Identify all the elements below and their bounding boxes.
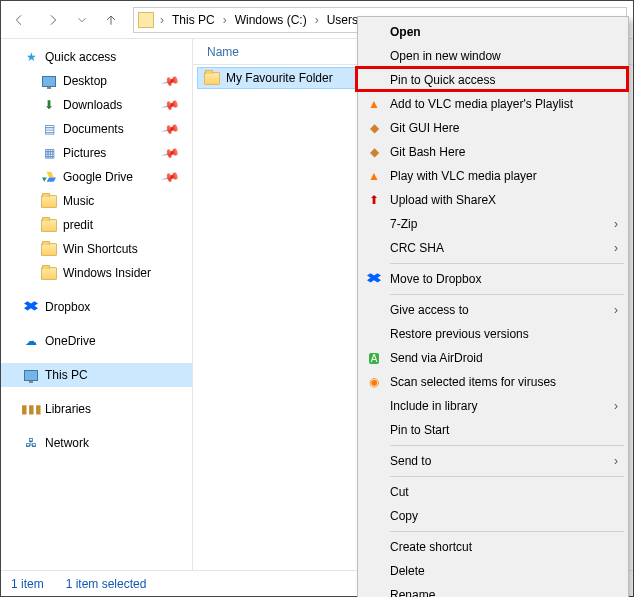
context-menu-item[interactable]: Cut xyxy=(360,480,626,504)
context-menu-item[interactable]: Move to Dropbox xyxy=(360,267,626,291)
folder-icon xyxy=(41,217,57,233)
nav-label: Downloads xyxy=(63,98,122,112)
nav-label: This PC xyxy=(45,368,88,382)
context-menu-separator xyxy=(390,531,624,532)
context-menu-item[interactable]: Open in new window xyxy=(360,44,626,68)
status-selected: 1 item selected xyxy=(66,577,147,591)
pin-icon: 📌 xyxy=(161,167,181,187)
pin-icon: 📌 xyxy=(161,119,181,139)
pin-icon: 📌 xyxy=(161,95,181,115)
sidebar-item-dropbox[interactable]: Dropbox xyxy=(1,295,192,319)
explorer-window: › This PC › Windows (C:) › Users › ★ Qui… xyxy=(0,0,634,597)
context-menu-separator xyxy=(390,445,624,446)
chevron-right-icon: › xyxy=(614,303,618,317)
context-menu-item[interactable]: CRC SHA› xyxy=(360,236,626,260)
sidebar-item-this-pc[interactable]: This PC xyxy=(1,363,192,387)
nav-label: predit xyxy=(63,218,93,232)
context-menu-item[interactable]: ◆Git GUI Here xyxy=(360,116,626,140)
recent-dropdown[interactable] xyxy=(75,8,89,32)
pin-icon: 📌 xyxy=(161,143,181,163)
context-menu-item[interactable]: Give access to› xyxy=(360,298,626,322)
chevron-right-icon[interactable]: › xyxy=(158,13,166,27)
sidebar-item-win-shortcuts[interactable]: Win Shortcuts xyxy=(1,237,192,261)
nav-label: Desktop xyxy=(63,74,107,88)
context-menu-item[interactable]: 7-Zip› xyxy=(360,212,626,236)
up-button[interactable] xyxy=(99,8,123,32)
sidebar-item-windows-insider[interactable]: Windows Insider xyxy=(1,261,192,285)
sidebar-item-pictures[interactable]: ▦ Pictures 📌 xyxy=(1,141,192,165)
context-menu-label: Create shortcut xyxy=(390,540,472,554)
context-menu-label: Send to xyxy=(390,454,431,468)
context-menu-item[interactable]: Pin to Quick access xyxy=(360,68,626,92)
context-menu-item[interactable]: Delete xyxy=(360,559,626,583)
context-menu-label: Delete xyxy=(390,564,425,578)
folder-icon xyxy=(204,70,220,86)
context-menu-label: Include in library xyxy=(390,399,477,413)
context-menu-item[interactable]: ◉Scan selected items for viruses xyxy=(360,370,626,394)
folder-icon xyxy=(138,12,154,28)
context-menu-item[interactable]: Create shortcut xyxy=(360,535,626,559)
context-menu-item[interactable]: Rename xyxy=(360,583,626,597)
context-menu-label: Rename xyxy=(390,588,435,597)
context-menu-item[interactable]: ▲Play with VLC media player xyxy=(360,164,626,188)
forward-button[interactable] xyxy=(41,8,65,32)
quick-access[interactable]: ★ Quick access xyxy=(1,45,192,69)
sidebar-item-desktop[interactable]: Desktop 📌 xyxy=(1,69,192,93)
context-menu-item[interactable]: Restore previous versions xyxy=(360,322,626,346)
context-menu-label: Copy xyxy=(390,509,418,523)
google-drive-icon xyxy=(41,169,57,185)
sidebar-item-downloads[interactable]: ⬇ Downloads 📌 xyxy=(1,93,192,117)
context-menu-label: Pin to Quick access xyxy=(390,73,495,87)
breadcrumb-item[interactable]: Windows (C:) xyxy=(231,13,311,27)
sidebar-item-predit[interactable]: predit xyxy=(1,213,192,237)
nav-label: Documents xyxy=(63,122,124,136)
sidebar-item-libraries[interactable]: ▮▮▮ Libraries xyxy=(1,397,192,421)
context-menu-item[interactable]: ASend via AirDroid xyxy=(360,346,626,370)
context-menu-item[interactable]: Include in library› xyxy=(360,394,626,418)
chevron-right-icon[interactable]: › xyxy=(313,13,321,27)
status-count: 1 item xyxy=(11,577,44,591)
sidebar-item-onedrive[interactable]: ☁ OneDrive xyxy=(1,329,192,353)
vlc-icon: ▲ xyxy=(366,96,382,112)
nav-label: Music xyxy=(63,194,94,208)
context-menu-separator xyxy=(390,263,624,264)
sharex-icon: ⬆ xyxy=(366,192,382,208)
context-menu-item[interactable]: Open xyxy=(360,20,626,44)
folder-icon xyxy=(41,265,57,281)
desktop-icon xyxy=(41,73,57,89)
context-menu-label: Play with VLC media player xyxy=(390,169,537,183)
sidebar-item-google-drive[interactable]: Google Drive 📌 xyxy=(1,165,192,189)
context-menu-item[interactable]: Send to› xyxy=(360,449,626,473)
avast-icon: ◉ xyxy=(366,374,382,390)
nav-label: OneDrive xyxy=(45,334,96,348)
context-menu-item[interactable]: ▲Add to VLC media player's Playlist xyxy=(360,92,626,116)
sidebar-item-documents[interactable]: ▤ Documents 📌 xyxy=(1,117,192,141)
context-menu: OpenOpen in new windowPin to Quick acces… xyxy=(357,16,629,597)
back-button[interactable] xyxy=(7,8,31,32)
git-icon: ◆ xyxy=(366,144,382,160)
star-icon: ★ xyxy=(23,49,39,65)
sidebar-item-network[interactable]: 🖧 Network xyxy=(1,431,192,455)
airdroid-icon: A xyxy=(366,350,382,366)
nav-label: Network xyxy=(45,436,89,450)
context-menu-item[interactable]: ◆Git Bash Here xyxy=(360,140,626,164)
chevron-right-icon[interactable]: › xyxy=(221,13,229,27)
sidebar-item-music[interactable]: Music xyxy=(1,189,192,213)
breadcrumb-root[interactable]: This PC xyxy=(168,13,219,27)
chevron-right-icon: › xyxy=(614,241,618,255)
context-menu-label: Upload with ShareX xyxy=(390,193,496,207)
libraries-icon: ▮▮▮ xyxy=(23,401,39,417)
context-menu-label: Restore previous versions xyxy=(390,327,529,341)
context-menu-label: Scan selected items for viruses xyxy=(390,375,556,389)
context-menu-item[interactable]: ⬆Upload with ShareX xyxy=(360,188,626,212)
nav-label: Win Shortcuts xyxy=(63,242,138,256)
chevron-right-icon: › xyxy=(614,454,618,468)
context-menu-item[interactable]: Pin to Start xyxy=(360,418,626,442)
pictures-icon: ▦ xyxy=(41,145,57,161)
nav-label: Pictures xyxy=(63,146,106,160)
network-icon: 🖧 xyxy=(23,435,39,451)
nav-label: Google Drive xyxy=(63,170,133,184)
this-pc-icon xyxy=(23,367,39,383)
chevron-right-icon: › xyxy=(614,217,618,231)
context-menu-item[interactable]: Copy xyxy=(360,504,626,528)
